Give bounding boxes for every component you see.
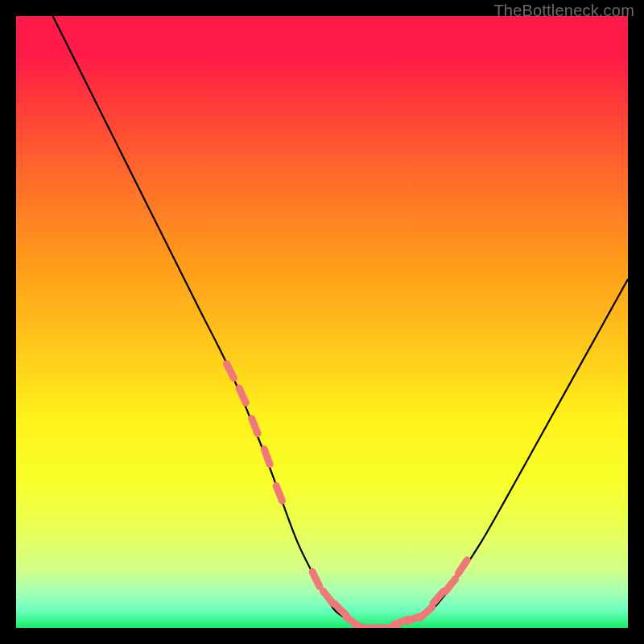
plot-area (16, 16, 628, 628)
highlight-marker (264, 449, 270, 464)
bottleneck-curve-path (53, 16, 628, 628)
highlight-marker (433, 592, 444, 604)
highlight-marker (239, 388, 246, 402)
highlight-marker (445, 579, 455, 592)
highlight-marker (276, 486, 282, 502)
highlight-marker (335, 604, 346, 615)
highlight-marker (458, 560, 467, 574)
highlight-marker (252, 419, 258, 434)
highlight-marker (312, 572, 320, 586)
highlight-marker-group (227, 364, 468, 628)
highlight-marker (227, 364, 234, 378)
bottleneck-chart (16, 16, 628, 628)
highlight-marker (420, 607, 432, 617)
outer-frame: TheBottleneck.com (0, 0, 644, 644)
highlight-marker (323, 591, 332, 604)
